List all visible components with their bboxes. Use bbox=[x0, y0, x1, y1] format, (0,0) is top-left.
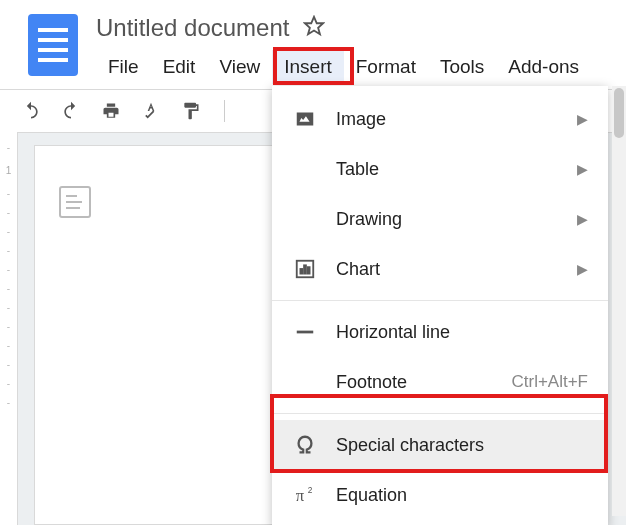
undo-button[interactable] bbox=[20, 100, 42, 122]
redo-button[interactable] bbox=[60, 100, 82, 122]
dropdown-label: Drawing bbox=[336, 209, 577, 230]
pi-icon: π2 bbox=[292, 482, 318, 508]
menu-file[interactable]: File bbox=[96, 50, 151, 84]
dropdown-separator bbox=[272, 413, 608, 414]
dropdown-label: Footnote bbox=[336, 372, 511, 393]
chart-icon bbox=[292, 256, 318, 282]
omega-icon bbox=[292, 432, 318, 458]
dropdown-item-chart[interactable]: Chart ▶ bbox=[272, 244, 608, 294]
menu-tools[interactable]: Tools bbox=[428, 50, 496, 84]
vertical-ruler: - 1 --- --- --- --- bbox=[0, 132, 18, 525]
menu-edit[interactable]: Edit bbox=[151, 50, 208, 84]
document-title[interactable]: Untitled document bbox=[96, 14, 289, 42]
dropdown-label: Image bbox=[336, 109, 577, 130]
dropdown-label: Table bbox=[336, 159, 577, 180]
star-icon[interactable] bbox=[303, 15, 325, 41]
menu-view[interactable]: View bbox=[207, 50, 272, 84]
spellcheck-button[interactable] bbox=[140, 100, 162, 122]
docs-logo[interactable] bbox=[28, 14, 78, 76]
outline-icon[interactable] bbox=[59, 186, 91, 218]
vertical-scrollbar[interactable] bbox=[612, 86, 626, 516]
menu-insert[interactable]: Insert bbox=[272, 50, 344, 84]
dropdown-item-equation[interactable]: π2 Equation bbox=[272, 470, 608, 520]
scrollbar-thumb[interactable] bbox=[614, 88, 624, 138]
chevron-right-icon: ▶ bbox=[577, 161, 588, 177]
dropdown-item-image[interactable]: Image ▶ bbox=[272, 94, 608, 144]
dropdown-label: Horizontal line bbox=[336, 322, 588, 343]
dropdown-item-table[interactable]: • Table ▶ bbox=[272, 144, 608, 194]
dropdown-item-drawing[interactable]: • Drawing ▶ bbox=[272, 194, 608, 244]
svg-marker-0 bbox=[305, 17, 323, 34]
svg-rect-3 bbox=[304, 265, 306, 273]
dropdown-label: Special characters bbox=[336, 435, 588, 456]
print-button[interactable] bbox=[100, 100, 122, 122]
dropdown-label: Equation bbox=[336, 485, 588, 506]
svg-rect-2 bbox=[300, 269, 302, 274]
svg-rect-4 bbox=[308, 267, 310, 273]
menubar: File Edit View Insert Format Tools Add-o… bbox=[96, 46, 616, 84]
dropdown-separator bbox=[272, 300, 608, 301]
insert-dropdown: Image ▶ • Table ▶ • Drawing ▶ Chart ▶ Ho… bbox=[272, 86, 608, 525]
horizontal-line-icon bbox=[292, 319, 318, 345]
dropdown-item-special-characters[interactable]: Special characters bbox=[272, 420, 608, 470]
svg-text:π: π bbox=[296, 486, 305, 505]
toolbar-separator bbox=[224, 100, 225, 122]
dropdown-item-footnote[interactable]: • Footnote Ctrl+Alt+F bbox=[272, 357, 608, 407]
svg-text:2: 2 bbox=[308, 486, 313, 495]
image-icon bbox=[292, 106, 318, 132]
keyboard-shortcut: Ctrl+Alt+F bbox=[511, 372, 588, 392]
menu-addons[interactable]: Add-ons bbox=[496, 50, 591, 84]
paint-format-button[interactable] bbox=[180, 100, 202, 122]
menu-format[interactable]: Format bbox=[344, 50, 428, 84]
chevron-right-icon: ▶ bbox=[577, 211, 588, 227]
chevron-right-icon: ▶ bbox=[577, 111, 588, 127]
dropdown-item-horizontal-line[interactable]: Horizontal line bbox=[272, 307, 608, 357]
dropdown-label: Chart bbox=[336, 259, 577, 280]
chevron-right-icon: ▶ bbox=[577, 261, 588, 277]
